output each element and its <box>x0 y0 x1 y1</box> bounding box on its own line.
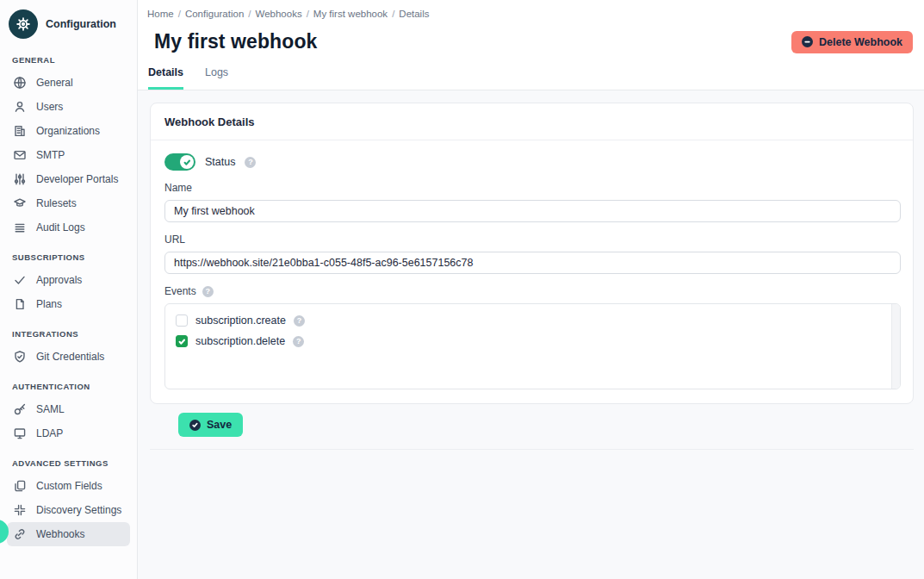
events-help-icon[interactable]: ? <box>202 286 214 297</box>
sidebar-item-label: Users <box>36 101 63 113</box>
sidebar-item-audit-logs[interactable]: Audit Logs <box>7 215 130 240</box>
sidebar-item-label: SMTP <box>36 149 65 161</box>
breadcrumb-separator: / <box>248 9 251 19</box>
sidebar-item-approvals[interactable]: Approvals <box>7 268 130 292</box>
breadcrumb-details: Details <box>399 9 429 19</box>
sidebar-item-smtp[interactable]: SMTP <box>7 143 130 167</box>
event-option-label: subscription.delete <box>195 335 285 347</box>
minus-circle-icon <box>802 36 813 47</box>
event-option-row: subscription.delete ? <box>165 331 900 352</box>
tab-bar: Details Logs <box>138 53 924 90</box>
events-label-text: Events <box>164 285 196 297</box>
sidebar-item-ldap[interactable]: LDAP <box>7 421 130 445</box>
form-footer: Save <box>150 404 914 450</box>
sidebar-item-general[interactable]: General <box>7 71 130 95</box>
webhooks-link-icon <box>13 527 27 541</box>
subscription-delete-checkbox[interactable] <box>176 335 188 347</box>
sidebar-item-discovery-settings[interactable]: Discovery Settings <box>7 498 130 522</box>
breadcrumb-webhook-name[interactable]: My first webhook <box>313 9 388 19</box>
breadcrumb-separator: / <box>307 9 309 19</box>
events-scrollbar[interactable] <box>891 304 900 389</box>
sidebar-item-saml[interactable]: SAML <box>7 397 130 421</box>
sidebar-item-git-credentials[interactable]: Git Credentials <box>7 345 130 369</box>
sidebar-item-rulesets[interactable]: Rulesets <box>7 191 130 215</box>
section-label-integrations: INTEGRATIONS <box>12 329 125 339</box>
ldap-monitor-icon <box>13 426 27 440</box>
globe-icon <box>13 76 27 90</box>
sidebar-item-plans[interactable]: Plans <box>7 292 130 316</box>
sidebar-item-label: Webhooks <box>36 528 84 540</box>
section-label-subscriptions: SUBSCRIPTIONS <box>12 252 125 262</box>
check-circle-icon <box>189 420 201 431</box>
sidebar-item-custom-fields[interactable]: Custom Fields <box>7 474 130 498</box>
section-label-authentication: AUTHENTICATION <box>12 382 125 391</box>
users-icon <box>13 100 27 114</box>
save-label: Save <box>207 419 232 431</box>
sidebar-item-users[interactable]: Users <box>7 95 130 119</box>
plans-icon <box>13 297 27 311</box>
webhook-details-card: Webhook Details Status ? Name URL <box>150 103 914 404</box>
configuration-logo <box>9 9 38 39</box>
delete-webhook-label: Delete Webhook <box>819 36 902 48</box>
url-field-label: URL <box>164 233 901 246</box>
delete-webhook-button[interactable]: Delete Webhook <box>791 31 913 53</box>
smtp-mail-icon <box>13 148 27 162</box>
saml-key-icon <box>13 402 27 416</box>
breadcrumb-home[interactable]: Home <box>147 9 174 19</box>
sidebar-header: Configuration <box>0 0 137 44</box>
main-area: Home / Configuration / Webhooks / My fir… <box>138 0 924 579</box>
page-title: My first webhook <box>154 30 317 53</box>
sidebar-item-label: LDAP <box>36 427 63 439</box>
status-toggle[interactable] <box>164 153 195 171</box>
sidebar-item-label: Discovery Settings <box>36 504 121 516</box>
sidebar-item-label: Plans <box>36 298 62 310</box>
tab-logs[interactable]: Logs <box>205 66 228 90</box>
breadcrumb-webhooks[interactable]: Webhooks <box>256 9 302 19</box>
sidebar-item-label: Approvals <box>36 274 82 286</box>
url-label-text: URL <box>164 233 185 246</box>
sidebar-item-label: Custom Fields <box>36 480 102 492</box>
events-field-label: Events ? <box>164 285 901 297</box>
card-title: Webhook Details <box>151 103 913 140</box>
tab-details[interactable]: Details <box>148 66 183 90</box>
status-help-icon[interactable]: ? <box>245 157 256 168</box>
status-label: Status <box>205 156 235 168</box>
status-row: Status ? <box>164 153 901 171</box>
git-credentials-shield-icon <box>13 350 27 364</box>
name-label-text: Name <box>164 182 192 194</box>
event-help-icon[interactable]: ? <box>294 315 305 327</box>
toggle-knob <box>180 155 194 169</box>
sidebar-item-label: Developer Portals <box>36 173 118 185</box>
sidebar-item-label: Audit Logs <box>36 221 85 233</box>
sidebar-item-label: Git Credentials <box>36 351 104 363</box>
section-label-advanced-settings: ADVANCED SETTINGS <box>12 458 125 468</box>
event-help-icon[interactable]: ? <box>293 336 304 347</box>
section-label-general: GENERAL <box>12 55 125 65</box>
developer-portals-sliders-icon <box>13 172 27 186</box>
subscription-create-checkbox[interactable] <box>176 314 188 327</box>
sidebar-item-label: Rulesets <box>36 197 77 209</box>
url-input[interactable] <box>164 252 901 274</box>
sidebar-item-organizations[interactable]: Organizations <box>7 119 130 143</box>
event-option-label: subscription.create <box>195 314 286 327</box>
save-button[interactable]: Save <box>178 413 243 437</box>
breadcrumb-separator: / <box>178 9 181 19</box>
name-input[interactable] <box>164 200 901 222</box>
custom-fields-icon <box>13 479 27 493</box>
events-list: subscription.create ? subscription.delet… <box>164 303 901 389</box>
rulesets-icon <box>13 196 27 210</box>
sidebar-item-webhooks[interactable]: Webhooks <box>7 522 130 546</box>
event-option-row: subscription.create ? <box>165 310 900 331</box>
tab-content: Webhook Details Status ? Name URL <box>138 90 924 450</box>
audit-logs-icon <box>13 221 27 234</box>
sidebar-item-developer-portals[interactable]: Developer Portals <box>7 167 130 191</box>
breadcrumb-configuration[interactable]: Configuration <box>185 9 244 19</box>
sidebar-item-label: SAML <box>36 403 65 415</box>
sidebar-item-label: Organizations <box>36 125 100 137</box>
sidebar: Configuration GENERAL General Users Orga… <box>0 0 138 579</box>
breadcrumb-separator: / <box>392 9 394 19</box>
approvals-check-icon <box>13 273 27 287</box>
page-header: Home / Configuration / Webhooks / My fir… <box>138 0 924 90</box>
discovery-settings-collapse-icon <box>13 503 27 517</box>
name-field-label: Name <box>164 182 901 194</box>
